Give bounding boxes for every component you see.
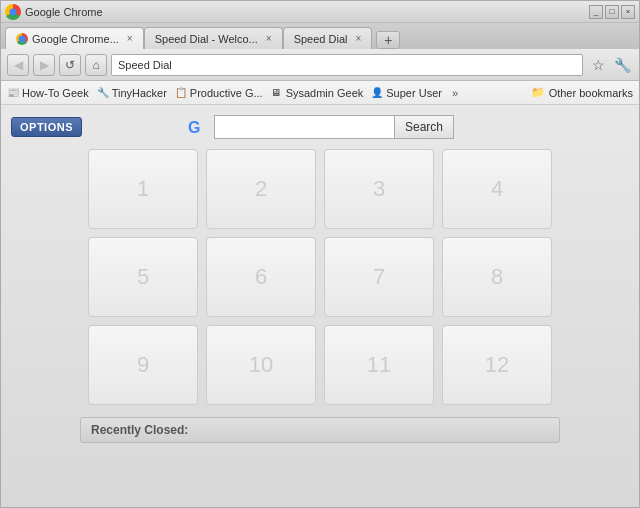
window-title: Google Chrome xyxy=(25,6,103,18)
search-area: G Search xyxy=(186,115,454,139)
new-tab-button[interactable]: + xyxy=(376,31,400,49)
search-input[interactable] xyxy=(214,115,394,139)
tab-label-chrome: Google Chrome... xyxy=(32,33,119,45)
dial-cell-6[interactable]: 6 xyxy=(206,237,316,317)
dial-cell-12[interactable]: 12 xyxy=(442,325,552,405)
bookmark-how-to-geek[interactable]: 📰 How-To Geek xyxy=(7,87,89,99)
page-content: OPTIONS G Search 1 2 3 4 5 6 7 8 9 xyxy=(1,105,639,507)
minimize-button[interactable]: _ xyxy=(589,5,603,19)
forward-button[interactable]: ▶ xyxy=(33,54,55,76)
google-logo-svg: G xyxy=(187,116,209,138)
dial-cell-9[interactable]: 9 xyxy=(88,325,198,405)
tab-close-speed-dial-2[interactable]: × xyxy=(355,33,361,44)
refresh-icon: ↺ xyxy=(65,58,75,72)
address-bar[interactable]: Speed Dial xyxy=(111,54,583,76)
bookmark-label-sg: Sysadmin Geek xyxy=(286,87,364,99)
title-bar-left: Google Chrome xyxy=(5,4,103,20)
star-icon: ☆ xyxy=(592,57,605,73)
bookmark-label-htg: How-To Geek xyxy=(22,87,89,99)
tab-close-chrome[interactable]: × xyxy=(127,33,133,44)
folder-icon: 📁 xyxy=(531,86,545,99)
recently-closed-label: Recently Closed: xyxy=(91,423,188,437)
dial-cell-7[interactable]: 7 xyxy=(324,237,434,317)
tab-speed-dial-2[interactable]: Speed Dial × xyxy=(283,27,373,49)
bookmark-label-pg: Productive G... xyxy=(190,87,263,99)
options-button[interactable]: OPTIONS xyxy=(11,117,82,137)
chrome-logo-icon xyxy=(5,4,21,20)
bookmark-label-th: TinyHacker xyxy=(112,87,167,99)
wrench-icon: 🔧 xyxy=(614,57,631,73)
bookmarks-more-button[interactable]: » xyxy=(452,87,458,99)
address-text: Speed Dial xyxy=(118,59,172,71)
bookmark-icon-sg: 🖥 xyxy=(271,87,283,99)
home-icon: ⌂ xyxy=(92,58,99,72)
bookmark-tinyhacker[interactable]: 🔧 TinyHacker xyxy=(97,87,167,99)
refresh-button[interactable]: ↺ xyxy=(59,54,81,76)
tab-google-chrome[interactable]: Google Chrome... × xyxy=(5,27,144,49)
other-bookmarks-label: Other bookmarks xyxy=(549,87,633,99)
dial-cell-2[interactable]: 2 xyxy=(206,149,316,229)
dial-cell-10[interactable]: 10 xyxy=(206,325,316,405)
svg-text:G: G xyxy=(188,119,200,136)
dial-cell-4[interactable]: 4 xyxy=(442,149,552,229)
speed-dial-grid: 1 2 3 4 5 6 7 8 9 10 11 12 xyxy=(88,149,552,405)
bookmarks-other-folder[interactable]: 📁 Other bookmarks xyxy=(531,86,633,99)
tab-label-speed-dial-2: Speed Dial xyxy=(294,33,348,45)
forward-icon: ▶ xyxy=(40,58,49,72)
bookmark-label-su: Super User xyxy=(386,87,442,99)
speed-dial-top-bar: OPTIONS G Search xyxy=(11,115,629,139)
bookmark-sysadmin-geek[interactable]: 🖥 Sysadmin Geek xyxy=(271,87,364,99)
dial-cell-1[interactable]: 1 xyxy=(88,149,198,229)
home-button[interactable]: ⌂ xyxy=(85,54,107,76)
dial-cell-8[interactable]: 8 xyxy=(442,237,552,317)
back-icon: ◀ xyxy=(14,58,23,72)
tabs-bar: Google Chrome... × Speed Dial - Welco...… xyxy=(1,23,639,49)
dial-cell-11[interactable]: 11 xyxy=(324,325,434,405)
bookmark-star-button[interactable]: ☆ xyxy=(587,54,609,76)
back-button[interactable]: ◀ xyxy=(7,54,29,76)
nav-right-controls: ☆ 🔧 xyxy=(587,54,633,76)
dial-cell-3[interactable]: 3 xyxy=(324,149,434,229)
bookmark-super-user[interactable]: 👤 Super User xyxy=(371,87,442,99)
bookmark-productive-g[interactable]: 📋 Productive G... xyxy=(175,87,263,99)
tab-speed-dial-1[interactable]: Speed Dial - Welco... × xyxy=(144,27,283,49)
bookmark-icon-pg: 📋 xyxy=(175,87,187,99)
bookmark-icon-htg: 📰 xyxy=(7,87,19,99)
recently-closed-bar: Recently Closed: xyxy=(80,417,560,443)
maximize-button[interactable]: □ xyxy=(605,5,619,19)
bookmark-icon-th: 🔧 xyxy=(97,87,109,99)
close-button[interactable]: × xyxy=(621,5,635,19)
bookmark-icon-su: 👤 xyxy=(371,87,383,99)
google-icon: G xyxy=(186,115,210,139)
dial-cell-5[interactable]: 5 xyxy=(88,237,198,317)
title-bar: Google Chrome _ □ × xyxy=(1,1,639,23)
tab-favicon-chrome xyxy=(16,33,28,45)
nav-bar: ◀ ▶ ↺ ⌂ Speed Dial ☆ 🔧 xyxy=(1,49,639,81)
title-bar-controls: _ □ × xyxy=(589,5,635,19)
browser-window: Google Chrome _ □ × Google Chrome... × S… xyxy=(0,0,640,508)
wrench-button[interactable]: 🔧 xyxy=(611,54,633,76)
tab-label-speed-dial-1: Speed Dial - Welco... xyxy=(155,33,258,45)
search-button[interactable]: Search xyxy=(394,115,454,139)
tab-close-speed-dial-1[interactable]: × xyxy=(266,33,272,44)
bookmarks-bar: 📰 How-To Geek 🔧 TinyHacker 📋 Productive … xyxy=(1,81,639,105)
